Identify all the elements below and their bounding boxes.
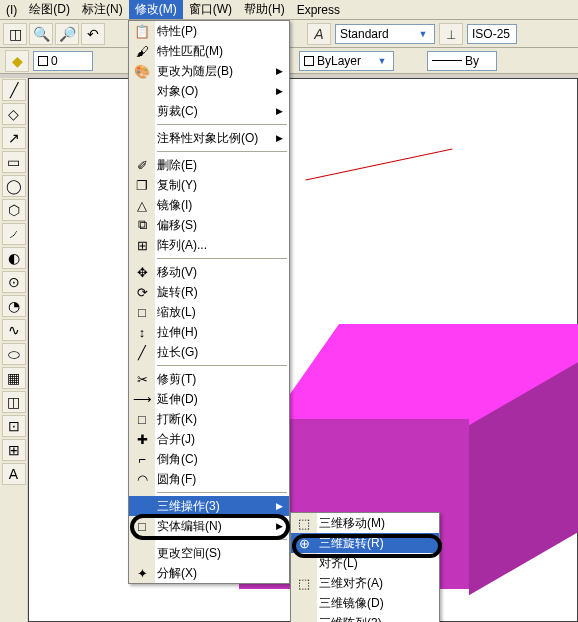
menu-icon: ⊕ <box>295 536 313 551</box>
modify-item-11[interactable]: ⧉偏移(S) <box>129 215 289 235</box>
3dop-item-3[interactable]: ⬚三维对齐(A) <box>291 573 439 593</box>
menu-绘图(D)[interactable]: 绘图(D) <box>23 0 76 19</box>
tool-icon[interactable]: ◐ <box>2 247 26 269</box>
tool-icon[interactable]: ∿ <box>2 319 26 341</box>
tool-icon[interactable]: ◫ <box>3 23 27 45</box>
modify-item-16[interactable]: □缩放(L) <box>129 302 289 322</box>
modify-item-6[interactable]: 注释性对象比例(O)▶ <box>129 128 289 148</box>
color-combo[interactable]: ByLayer▼ <box>299 51 394 71</box>
submenu-arrow-icon: ▶ <box>276 86 283 96</box>
modify-item-1[interactable]: 🖌特性匹配(M) <box>129 41 289 61</box>
modify-item-9[interactable]: ❐复制(Y) <box>129 175 289 195</box>
modify-item-24[interactable]: ⌐倒角(C) <box>129 449 289 469</box>
tool-icon[interactable]: ◯ <box>2 175 26 197</box>
menu-label: 三维阵列(3) <box>319 615 382 623</box>
submenu-arrow-icon: ▶ <box>276 501 283 511</box>
3dop-item-2[interactable]: 对齐(L) <box>291 553 439 573</box>
modify-item-12[interactable]: ⊞阵列(A)... <box>129 235 289 255</box>
3dop-item-5[interactable]: 三维阵列(3) <box>291 613 439 622</box>
modify-item-23[interactable]: ✚合并(J) <box>129 429 289 449</box>
menu-帮助(H)[interactable]: 帮助(H) <box>238 0 291 19</box>
3dop-item-1[interactable]: ⊕三维旋转(R) <box>291 533 439 553</box>
menu-label: 倒角(C) <box>157 451 198 468</box>
modify-item-3[interactable]: 对象(O)▶ <box>129 81 289 101</box>
tool-icon[interactable]: ▦ <box>2 367 26 389</box>
tool-icon[interactable]: ⟋ <box>2 223 26 245</box>
menu-label: 三维操作(3) <box>157 498 220 515</box>
menu-label: 特性(P) <box>157 23 197 40</box>
layer-icon[interactable]: ◆ <box>5 50 29 72</box>
line-preview <box>432 60 462 61</box>
modify-item-8[interactable]: ✐删除(E) <box>129 155 289 175</box>
menu-label: 更改为随层(B) <box>157 63 233 80</box>
menu-label: 拉伸(H) <box>157 324 198 341</box>
modify-item-27[interactable]: 三维操作(3)▶ <box>129 496 289 516</box>
menu-icon: ⟶ <box>133 392 151 407</box>
menu-label: 偏移(S) <box>157 217 197 234</box>
tool-icon[interactable]: ╱ <box>2 79 26 101</box>
menu-标注(N)[interactable]: 标注(N) <box>76 0 129 19</box>
tool-icon[interactable]: 🔍 <box>29 23 53 45</box>
3dop-item-0[interactable]: ⬚三维移动(M) <box>291 513 439 533</box>
submenu-arrow-icon: ▶ <box>276 106 283 116</box>
text-style-combo[interactable]: Standard▼ <box>335 24 435 44</box>
tool-icon[interactable]: ⬡ <box>2 199 26 221</box>
modify-item-20[interactable]: ✂修剪(T) <box>129 369 289 389</box>
modify-item-0[interactable]: 📋特性(P) <box>129 21 289 41</box>
menu-label: 合并(J) <box>157 431 195 448</box>
lineweight-combo[interactable]: By <box>427 51 497 71</box>
tool-icon[interactable]: A <box>2 463 26 485</box>
menu-label: 移动(V) <box>157 264 197 281</box>
combo-value: 0 <box>51 54 88 68</box>
modify-item-28[interactable]: □实体编辑(N)▶ <box>129 516 289 536</box>
modify-item-10[interactable]: △镜像(I) <box>129 195 289 215</box>
combo-value: By <box>465 54 492 68</box>
menu-Express[interactable]: Express <box>291 0 346 19</box>
tool-icon[interactable]: ↶ <box>81 23 105 45</box>
modify-item-17[interactable]: ↕拉伸(H) <box>129 322 289 342</box>
menu-label: 更改空间(S) <box>157 545 221 562</box>
menu-icon: ⌐ <box>133 452 151 467</box>
tool-icon[interactable]: ⊙ <box>2 271 26 293</box>
menu-label: 分解(X) <box>157 565 197 582</box>
combo-value: Standard <box>340 27 416 41</box>
dropdown-icon: ▼ <box>416 29 430 39</box>
menu-窗口(W)[interactable]: 窗口(W) <box>183 0 238 19</box>
tool-icon[interactable]: ⊡ <box>2 415 26 437</box>
3d-operations-submenu: ⬚三维移动(M)⊕三维旋转(R)对齐(L)⬚三维对齐(A)三维镜像(D)三维阵列… <box>290 512 440 622</box>
menu-label: 旋转(R) <box>157 284 198 301</box>
modify-item-31[interactable]: ✦分解(X) <box>129 563 289 583</box>
modify-item-21[interactable]: ⟶延伸(D) <box>129 389 289 409</box>
menu-(I)[interactable]: (I) <box>0 0 23 19</box>
dropdown-icon: ▼ <box>375 56 389 66</box>
menu-icon: ✥ <box>133 265 151 280</box>
dim-style-combo[interactable]: ISO-25 <box>467 24 517 44</box>
modify-item-30[interactable]: 更改空间(S) <box>129 543 289 563</box>
tool-icon[interactable]: ◇ <box>2 103 26 125</box>
modify-item-14[interactable]: ✥移动(V) <box>129 262 289 282</box>
tool-icon[interactable]: ◔ <box>2 295 26 317</box>
tool-icon[interactable]: ↗ <box>2 127 26 149</box>
modify-item-15[interactable]: ⟳旋转(R) <box>129 282 289 302</box>
layer-combo[interactable]: 0 <box>33 51 93 71</box>
menu-label: 三维镜像(D) <box>319 595 384 612</box>
dim-style-icon[interactable]: ⟂ <box>439 23 463 45</box>
modify-item-2[interactable]: 🎨更改为随层(B)▶ <box>129 61 289 81</box>
tool-icon[interactable]: ⊞ <box>2 439 26 461</box>
modify-item-4[interactable]: 剪裁(C)▶ <box>129 101 289 121</box>
modify-item-18[interactable]: ╱拉长(G) <box>129 342 289 362</box>
text-style-icon[interactable]: A <box>307 23 331 45</box>
menu-label: 复制(Y) <box>157 177 197 194</box>
tool-icon[interactable]: ▭ <box>2 151 26 173</box>
tool-icon[interactable]: 🔎 <box>55 23 79 45</box>
tool-icon[interactable]: ⬭ <box>2 343 26 365</box>
tool-icon[interactable]: ◫ <box>2 391 26 413</box>
3dop-item-4[interactable]: 三维镜像(D) <box>291 593 439 613</box>
menu-label: 阵列(A)... <box>157 237 207 254</box>
modify-item-22[interactable]: □打断(K) <box>129 409 289 429</box>
menu-修改(M)[interactable]: 修改(M) <box>129 0 183 19</box>
modify-item-25[interactable]: ◠圆角(F) <box>129 469 289 489</box>
menu-label: 圆角(F) <box>157 471 196 488</box>
menu-icon: □ <box>133 412 151 427</box>
menu-icon: ⬚ <box>295 516 313 531</box>
